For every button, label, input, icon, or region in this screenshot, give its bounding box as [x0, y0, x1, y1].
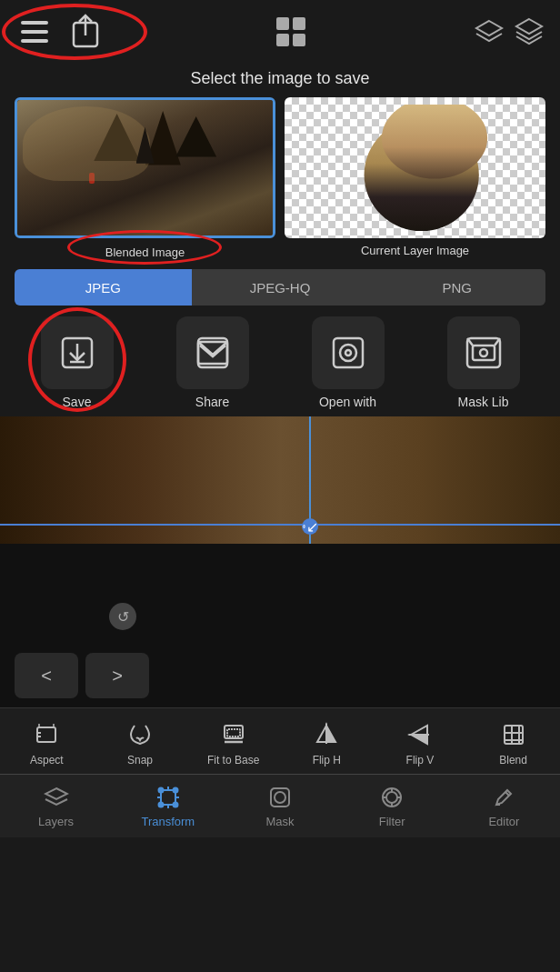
svg-point-45: [173, 788, 177, 793]
save-icon-container: [41, 316, 114, 389]
canvas-area: ↙: [0, 416, 560, 544]
blue-horizontal-line: [0, 524, 560, 526]
header: [0, 0, 560, 64]
blended-image-thumb[interactable]: [15, 97, 275, 238]
svg-rect-6: [294, 18, 305, 29]
fit-to-base-label: Fit to Base: [207, 754, 259, 767]
svg-rect-1: [21, 30, 48, 34]
toolbar-aspect[interactable]: Aspect: [10, 719, 83, 767]
svg-point-22: [480, 349, 487, 356]
dark-area: ↺: [0, 544, 560, 644]
svg-rect-7: [277, 35, 288, 45]
svg-point-44: [158, 788, 163, 793]
svg-point-19: [345, 350, 351, 356]
snap-icon: [125, 719, 155, 750]
toolbar-flip-h[interactable]: Flip H: [290, 719, 363, 767]
grid-icon[interactable]: [275, 15, 307, 48]
filter-tab-icon: [378, 784, 405, 811]
mask-tab-label: Mask: [265, 815, 294, 828]
toolbar-blend[interactable]: Blend: [477, 719, 550, 767]
svg-marker-9: [476, 21, 502, 35]
fit-to-base-icon: [218, 719, 249, 750]
rotate-handle[interactable]: ↺: [109, 603, 136, 630]
svg-rect-29: [227, 729, 240, 737]
svg-marker-42: [45, 788, 67, 799]
svg-rect-8: [294, 35, 305, 45]
transform-tab-label: Transform: [141, 815, 195, 828]
aspect-icon: [31, 719, 62, 750]
flip-v-label: Flip V: [406, 754, 435, 767]
svg-marker-35: [411, 735, 427, 744]
menu-icon[interactable]: [15, 12, 55, 52]
tab-layers[interactable]: Layers: [0, 780, 112, 832]
format-tabs: JPEG JPEG-HQ PNG: [15, 269, 545, 306]
mask-lib-label: Mask Lib: [457, 395, 508, 409]
flip-h-label: Flip H: [313, 754, 341, 767]
filter-tab-label: Filter: [379, 815, 405, 828]
svg-rect-25: [37, 727, 55, 742]
blended-image-option[interactable]: Blended Image: [15, 97, 275, 260]
blended-image-label: Blended Image: [105, 246, 185, 259]
back-button[interactable]: <: [15, 653, 78, 698]
svg-point-55: [386, 792, 397, 803]
toolbar-fit-to-base[interactable]: Fit to Base: [197, 719, 270, 767]
page-title: Select the image to save: [0, 64, 560, 97]
mask-lib-button[interactable]: Mask Lib: [447, 316, 520, 409]
svg-point-18: [340, 345, 356, 361]
blend-icon: [498, 719, 529, 750]
svg-point-46: [158, 803, 163, 807]
tab-bar: Layers Transform Mask: [0, 774, 560, 837]
toolbar-flip-v[interactable]: Flip V: [384, 719, 456, 767]
share-label: Share: [195, 395, 229, 409]
layer-image-label: Current Layer Image: [361, 244, 469, 257]
tab-editor[interactable]: Editor: [448, 780, 560, 832]
transform-tab-icon: [155, 784, 182, 811]
svg-point-53: [275, 792, 285, 803]
svg-rect-5: [277, 18, 288, 29]
toolbar-snap[interactable]: Snap: [104, 719, 176, 767]
layer-image-option[interactable]: Current Layer Image: [285, 97, 545, 260]
tab-jpeg-hq[interactable]: JPEG-HQ: [192, 269, 369, 306]
editor-tab-label: Editor: [488, 815, 519, 828]
save-button[interactable]: Save: [41, 316, 114, 409]
tab-mask[interactable]: Mask: [224, 780, 335, 832]
canvas-handle[interactable]: ↙: [302, 518, 318, 535]
snap-label: Snap: [127, 754, 153, 767]
aspect-label: Aspect: [30, 754, 64, 767]
share-icon-container: [176, 316, 249, 389]
svg-marker-10: [516, 19, 542, 34]
layers-icon-2[interactable]: [513, 15, 545, 48]
share-button[interactable]: Share: [176, 316, 249, 409]
export-button[interactable]: [62, 8, 109, 55]
layers-tab-label: Layers: [38, 815, 74, 828]
layers-icon-1[interactable]: [473, 15, 505, 48]
tab-jpeg[interactable]: JPEG: [15, 269, 192, 306]
layer-image-thumb[interactable]: [285, 97, 545, 238]
flip-v-icon: [405, 719, 435, 750]
open-with-button[interactable]: Open with: [312, 316, 385, 409]
svg-rect-0: [21, 21, 48, 25]
tab-transform[interactable]: Transform: [112, 780, 224, 832]
header-left: [15, 8, 109, 55]
svg-marker-34: [411, 726, 427, 735]
layers-tab-icon: [43, 784, 70, 811]
bottom-toolbar: Aspect Snap Fit to Base Fl: [0, 707, 560, 774]
svg-rect-2: [21, 39, 48, 43]
tab-png[interactable]: PNG: [368, 269, 545, 306]
svg-point-47: [173, 803, 177, 807]
tab-filter[interactable]: Filter: [336, 780, 448, 832]
mask-tab-icon: [266, 784, 294, 811]
open-with-icon-container: [312, 316, 385, 389]
svg-marker-32: [326, 726, 335, 742]
svg-rect-17: [334, 338, 363, 367]
open-with-label: Open with: [319, 395, 376, 409]
layer-icons: [473, 15, 545, 48]
editor-tab-icon: [490, 784, 517, 811]
svg-marker-31: [317, 726, 326, 742]
blend-label: Blend: [499, 754, 527, 767]
mask-lib-icon-container: [447, 316, 520, 389]
nav-arrows: < >: [0, 644, 560, 707]
save-label: Save: [63, 395, 92, 409]
forward-button[interactable]: >: [85, 653, 149, 698]
svg-rect-21: [473, 346, 495, 360]
